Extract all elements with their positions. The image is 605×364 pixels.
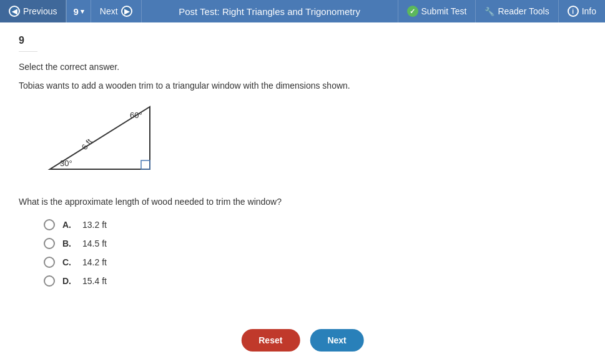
radio-c[interactable] <box>44 257 55 268</box>
previous-button[interactable]: ◀ Previous <box>0 0 66 22</box>
radio-b[interactable] <box>44 238 55 249</box>
page-title: Post Test: Right Triangles and Trigonome… <box>142 6 398 17</box>
choice-c-value: 14.2 ft <box>82 257 107 267</box>
choice-c-letter: C. <box>62 257 75 267</box>
svg-text:30°: 30° <box>60 159 72 168</box>
sub-question-text: What is the approximate length of wood n… <box>19 197 586 207</box>
reader-tools-label: Reader Tools <box>498 6 549 16</box>
main-content: 9 Select the correct answer. Tobias want… <box>0 22 605 364</box>
reader-tools-button[interactable]: 🔧 Reader Tools <box>475 0 558 22</box>
submit-check-icon: ✓ <box>407 6 418 17</box>
radio-d[interactable] <box>44 275 55 287</box>
question-number: 9 <box>73 6 78 17</box>
svg-text:60°: 60° <box>130 111 142 120</box>
submit-test-button[interactable]: ✓ Submit Test <box>398 0 476 22</box>
info-label: Info <box>582 6 596 16</box>
choice-a-value: 13.2 ft <box>82 220 107 230</box>
navbar: ◀ Previous 9 ▾ Next ▶ Post Test: Right T… <box>0 0 605 22</box>
bottom-buttons: Reset Next <box>241 329 364 352</box>
instructions-text: Select the correct answer. <box>19 62 586 72</box>
nav-right-section: ✓ Submit Test 🔧 Reader Tools i Info <box>398 0 606 22</box>
choice-a-letter: A. <box>62 220 75 230</box>
choice-a[interactable]: A. 13.2 ft <box>44 219 586 230</box>
chevron-down-icon: ▾ <box>81 7 84 16</box>
choice-b-value: 14.5 ft <box>82 239 107 248</box>
choice-b[interactable]: B. 14.5 ft <box>44 238 586 249</box>
answer-choices: A. 13.2 ft B. 14.5 ft C. 14.2 ft D. 15.4… <box>44 219 586 287</box>
info-icon: i <box>568 6 579 17</box>
choice-b-letter: B. <box>62 239 75 248</box>
next-button[interactable]: Next <box>310 329 363 352</box>
wrench-icon: 🔧 <box>484 7 494 16</box>
choice-d[interactable]: D. 15.4 ft <box>44 275 586 287</box>
question-number-badge[interactable]: 9 ▾ <box>66 0 91 22</box>
previous-label: Previous <box>23 6 57 16</box>
submit-test-label: Submit Test <box>421 6 467 16</box>
triangle-diagram: 60° 30° 6 ft <box>37 101 586 184</box>
choice-d-letter: D. <box>62 276 75 286</box>
svg-rect-1 <box>141 160 150 169</box>
next-nav-label: Next <box>100 6 118 16</box>
radio-a[interactable] <box>44 219 55 230</box>
question-body-text: Tobias wants to add a wooden trim to a t… <box>19 81 586 91</box>
choice-c[interactable]: C. 14.2 ft <box>44 257 586 268</box>
choice-d-value: 15.4 ft <box>82 276 107 286</box>
previous-icon: ◀ <box>9 6 20 17</box>
triangle-svg: 60° 30° 6 ft <box>37 101 162 182</box>
next-nav-button[interactable]: Next ▶ <box>91 0 142 22</box>
next-nav-icon: ▶ <box>121 6 132 17</box>
info-button[interactable]: i Info <box>558 0 605 22</box>
reset-button[interactable]: Reset <box>241 329 300 352</box>
question-number-display: 9 <box>19 35 37 52</box>
